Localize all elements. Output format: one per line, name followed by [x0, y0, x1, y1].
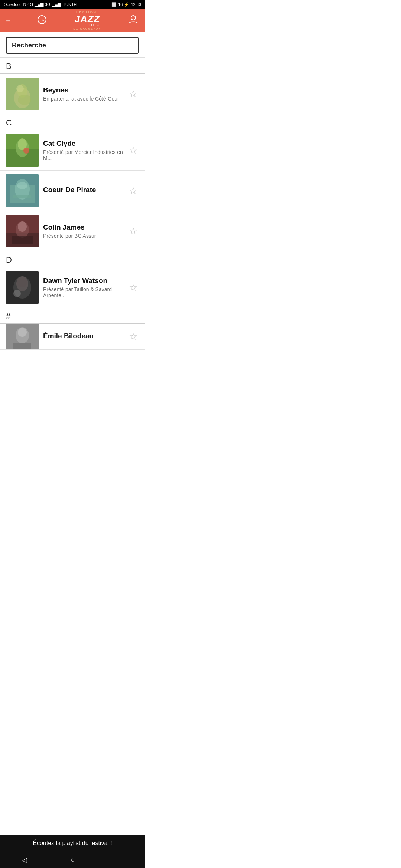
section-letter-d: D — [0, 251, 145, 267]
svg-point-16 — [17, 182, 27, 189]
artist-name-beyries: Beyries — [43, 86, 123, 94]
favorite-btn-emile[interactable]: ☆ — [127, 329, 139, 344]
artist-info-dawntylerwatson: Dawn Tyler Watson Présenté par Taillon &… — [39, 277, 127, 298]
artist-name-coeurdepirate: Coeur De Pirate — [43, 186, 123, 194]
favorite-btn-beyries[interactable]: ☆ — [127, 87, 139, 101]
signal-icon: ▂▄▆ — [35, 2, 43, 7]
artist-thumb-coeurdepirate — [6, 174, 39, 207]
provider-name: TUNTEL — [63, 2, 79, 7]
star-icon-coeurdepirate: ☆ — [129, 185, 137, 196]
artist-name-dawntylerwatson: Dawn Tyler Watson — [43, 277, 123, 285]
artist-thumb-dawntylerwatson — [6, 271, 39, 304]
logo-jazz: JAZZ — [73, 14, 101, 24]
artist-subtitle-dawntylerwatson: Présenté par Taillon & Savard Arpente... — [43, 286, 123, 298]
svg-point-6 — [18, 95, 31, 105]
svg-rect-15 — [13, 195, 31, 198]
svg-rect-21 — [12, 236, 33, 244]
svg-point-25 — [13, 290, 21, 297]
app-header: ≡ FESTIVAL JAZZ ET BLUES DE SAGUENAY — [0, 9, 145, 32]
artist-thumb-emile — [6, 324, 39, 350]
signal2-icon: ▂▄▆ — [52, 2, 61, 7]
svg-rect-30 — [13, 343, 31, 349]
star-icon-catclyde: ☆ — [129, 145, 137, 156]
artist-item-coeurdepirate[interactable]: Coeur De Pirate ☆ — [0, 171, 145, 211]
status-bar: Ooredoo TN 4G ▂▄▆ 3G ▂▄▆ TUNTEL ⬜ 16 ⚡ 1… — [0, 0, 145, 9]
star-icon-colinjames: ☆ — [129, 226, 137, 237]
artist-name-catclyde: Cat Clyde — [43, 139, 123, 148]
section-letter-b: B — [0, 58, 145, 73]
charging-icon: ⚡ — [124, 2, 129, 7]
status-right: ⬜ 16 ⚡ 12:33 — [111, 2, 141, 7]
menu-button[interactable]: ≡ — [6, 16, 11, 25]
artist-item-dawntylerwatson[interactable]: Dawn Tyler Watson Présenté par Taillon &… — [0, 267, 145, 308]
svg-point-20 — [18, 221, 27, 232]
artist-info-colinjames: Colin James Présenté par BC Assur — [39, 223, 127, 239]
content-area: B Beyries En partenariat avec le Côté-Co… — [0, 32, 145, 387]
star-icon-dawntylerwatson: ☆ — [129, 282, 137, 293]
artist-item-colinjames[interactable]: Colin James Présenté par BC Assur ☆ — [0, 211, 145, 251]
artist-thumb-beyries — [6, 78, 39, 110]
artist-subtitle-beyries: En partenariat avec le Côté-Cour — [43, 96, 123, 102]
artist-name-emile: Émile Bilodeau — [43, 332, 123, 340]
artist-thumb-colinjames — [6, 215, 39, 247]
search-input[interactable] — [6, 37, 139, 54]
svg-point-11 — [23, 148, 29, 154]
star-icon-beyries: ☆ — [129, 88, 137, 99]
logo-saguenay: DE SAGUENAY — [73, 27, 101, 30]
svg-point-29 — [18, 328, 27, 337]
artist-name-colinjames: Colin James — [43, 223, 123, 231]
artist-subtitle-colinjames: Présenté par BC Assur — [43, 233, 123, 239]
battery-level: 16 — [118, 2, 123, 7]
favorite-btn-dawntylerwatson[interactable]: ☆ — [127, 280, 139, 295]
artist-item-catclyde[interactable]: Cat Clyde Présenté par Mercier Industrie… — [0, 130, 145, 171]
artist-item-emile[interactable]: Émile Bilodeau ☆ — [0, 324, 145, 350]
section-letter-c: C — [0, 114, 145, 130]
svg-point-26 — [17, 277, 27, 287]
artist-info-beyries: Beyries En partenariat avec le Côté-Cour — [39, 86, 127, 102]
svg-point-5 — [16, 85, 24, 92]
carrier-name: Ooredoo TN — [4, 2, 26, 7]
profile-button[interactable] — [128, 14, 139, 27]
artist-subtitle-catclyde: Présenté par Mercier Industries en M... — [43, 149, 123, 161]
history-button[interactable] — [37, 15, 47, 26]
artist-info-catclyde: Cat Clyde Présenté par Mercier Industrie… — [39, 139, 127, 161]
artist-thumb-catclyde — [6, 134, 39, 167]
section-letter-hash: # — [0, 308, 145, 323]
favorite-btn-coeurdepirate[interactable]: ☆ — [127, 184, 139, 198]
favorite-btn-colinjames[interactable]: ☆ — [127, 224, 139, 239]
network-4g: 4G — [27, 2, 33, 7]
network-3g: 3G — [45, 2, 50, 7]
favorite-btn-catclyde[interactable]: ☆ — [127, 143, 139, 158]
star-icon-emile: ☆ — [129, 331, 137, 342]
status-left: Ooredoo TN 4G ▂▄▆ 3G ▂▄▆ TUNTEL — [4, 2, 79, 7]
time-display: 12:33 — [131, 2, 141, 7]
search-container — [0, 32, 145, 58]
sim-icon: ⬜ — [111, 2, 117, 7]
app-logo: FESTIVAL JAZZ ET BLUES DE SAGUENAY — [73, 10, 101, 30]
artist-info-emile: Émile Bilodeau — [39, 332, 127, 342]
artist-item-beyries[interactable]: Beyries En partenariat avec le Côté-Cour… — [0, 74, 145, 114]
artist-info-coeurdepirate: Coeur De Pirate — [39, 186, 127, 195]
svg-point-1 — [131, 16, 136, 20]
